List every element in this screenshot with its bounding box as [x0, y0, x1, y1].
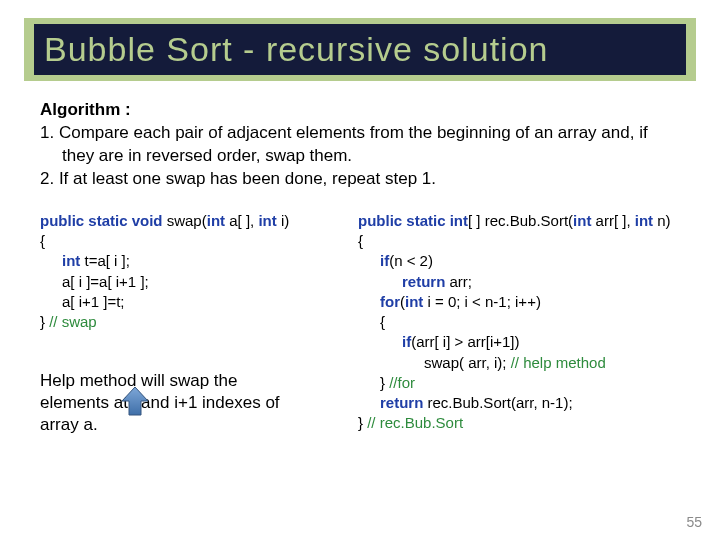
svg-marker-0 [122, 387, 148, 415]
title-banner: Bubble Sort - recursive solution [24, 18, 696, 81]
recursive-code: public static int[ ] rec.Bub.Sort(int ar… [358, 211, 690, 434]
algorithm-heading: Algorithm : [40, 99, 680, 122]
title-inner: Bubble Sort - recursive solution [34, 24, 686, 75]
right-column: public static int[ ] rec.Bub.Sort(int ar… [358, 211, 690, 437]
algorithm-step-2: 2. If at least one swap has been done, r… [40, 168, 680, 191]
swap-code: public static void swap(int a[ ], int i)… [40, 211, 340, 333]
help-note: Help method will swap the elements at i … [40, 370, 290, 436]
algorithm-step-1: 1. Compare each pair of adjacent element… [40, 122, 680, 168]
up-arrow-icon [120, 385, 150, 419]
left-column: public static void swap(int a[ ], int i)… [40, 211, 340, 437]
slide-title: Bubble Sort - recursive solution [44, 30, 676, 69]
page-number: 55 [686, 514, 702, 530]
algorithm-block: Algorithm : 1. Compare each pair of adja… [40, 99, 680, 191]
